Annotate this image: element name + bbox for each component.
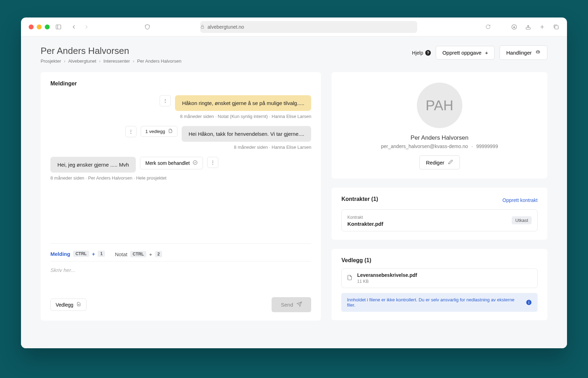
svg-rect-2 [201,27,204,28]
document-icon [168,128,173,134]
info-icon [526,299,532,306]
breadcrumb-item[interactable]: Interessenter [103,58,130,64]
svg-rect-0 [56,25,61,29]
sidebar-toggle-icon[interactable] [55,24,62,30]
svg-rect-13 [528,302,529,304]
new-tab-icon[interactable] [539,24,545,30]
composer-attach-button[interactable]: Vedlegg [50,299,86,311]
message-menu-button[interactable]: ⋮ [125,126,136,137]
messages-title: Meldinger [50,80,311,87]
mark-handled-button[interactable]: Merk som behandlet [140,157,203,169]
message-menu-button[interactable]: ⋮ [207,157,218,168]
attachment-item[interactable]: Leveransebeskrivelse.pdf 11 KB [341,268,538,288]
composer-input[interactable] [50,267,311,292]
contract-status-badge: Utkast [512,216,532,224]
messages-card: Meldinger ⋮ Håkon ringte, ønsket gjerne … [41,72,321,321]
url-text: alvebergtunet.no [208,24,244,30]
browser-window: alvebergtunet.no Per Anders Halvorsen Pr… [21,18,567,348]
profile-contact: per_anders_halvorsen@kvass-demo.no · 999… [341,144,538,149]
message-list: ⋮ Håkon ringte, ønsket gjerne å se på mu… [50,89,311,243]
contract-item[interactable]: Kontrakt Kontrakter.pdf Utkast [341,209,538,231]
contract-filename: Kontrakter.pdf [347,221,383,227]
breadcrumb: Prosjekter › Alvebergtunet › Interessent… [41,58,181,64]
file-pdf-icon [346,274,353,282]
tabs-icon[interactable] [553,24,559,30]
message-meta: 8 måneder siden · Hanna Elise Larsen [50,145,311,150]
attachments-title: Vedlegg (1) [341,257,538,264]
breadcrumb-item[interactable]: Prosjekter [41,58,61,64]
page-title: Per Anders Halvorsen [41,46,181,56]
attachments-info: Innholdet i filene er ikke kontrollert. … [341,293,538,312]
avatar: PAH [417,83,462,128]
download-icon[interactable] [511,24,517,30]
svg-rect-8 [555,26,558,29]
message-row: ⋮ Håkon ringte, ønsket gjerne å se på mu… [50,95,311,111]
minimize-window-button[interactable] [37,24,42,29]
message-meta: 8 måneder siden · Notat (Kun synlig inte… [50,114,311,119]
shield-icon[interactable] [144,24,150,30]
profile-card: PAH Per Anders Halvorsen per_anders_halv… [331,72,547,178]
browser-chrome: alvebergtunet.no [21,18,567,36]
message-bubble-in: Hei, jeg ønsker gjerne ..... Mvh [50,157,136,173]
message-bubble-note: Håkon ringte, ønsket gjerne å se på muli… [175,95,311,111]
breadcrumb-item[interactable]: Alvebergtunet [68,58,96,64]
composer-tab-note[interactable]: Notat CTRL + 2 [115,251,162,261]
maximize-window-button[interactable] [45,24,50,29]
message-meta: 8 måneder siden · Per Anders Halvorsen ·… [50,175,311,181]
app-body: Per Anders Halvorsen Prosjekter › Alvebe… [21,36,567,348]
create-task-button[interactable]: Opprett oppgave + [436,46,495,59]
close-window-button[interactable] [29,24,34,29]
message-menu-button[interactable]: ⋮ [160,95,171,106]
attachments-card: Vedlegg (1) Leveransebeskrivelse.pdf 11 … [331,249,547,320]
message-row: ⋮ 1 vedlegg Hei Håkon, takk for henvende… [50,126,311,142]
breadcrumb-current: Per Anders Halvorsen [137,58,181,64]
pencil-icon [448,159,453,166]
profile-email[interactable]: per_anders_halvorsen@kvass-demo.no [381,144,468,149]
fingerprint-icon [535,49,541,56]
address-bar[interactable]: alvebergtunet.no [200,21,417,33]
send-icon [296,301,302,308]
attachment-filename: Leveransebeskrivelse.pdf [357,272,417,278]
actions-button[interactable]: Handlinger [499,46,547,60]
message-row: Hei, jeg ønsker gjerne ..... Mvh Merk so… [50,157,311,173]
contracts-title: Kontrakter (1) [341,196,378,202]
contract-type: Kontrakt [347,215,363,220]
share-icon[interactable] [525,24,531,30]
send-button[interactable]: Send [272,297,311,312]
edit-profile-button[interactable]: Rediger [419,155,460,169]
forward-button[interactable] [83,24,90,30]
svg-point-9 [193,161,197,164]
profile-phone[interactable]: 99999999 [476,144,498,149]
help-icon: ? [425,50,431,56]
back-button[interactable] [71,24,77,30]
profile-name: Per Anders Halvorsen [341,134,538,141]
composer-tabs: Melding CTRL + 1 Notat CTRL + 2 [50,243,311,261]
window-controls [29,24,50,29]
info-text: Innholdet i filene er ikke kontrollert. … [347,297,522,308]
composer-body: Vedlegg Send [50,261,311,312]
page-header: Per Anders Halvorsen Prosjekter › Alvebe… [41,46,547,64]
contracts-card: Kontrakter (1) Opprett kontrakt Kontrakt… [331,188,547,240]
check-circle-icon [192,160,198,166]
svg-rect-14 [528,301,529,302]
plus-icon: + [485,50,488,56]
help-link[interactable]: Hjelp ? [412,50,431,56]
composer-tab-message[interactable]: Melding CTRL + 1 [50,251,105,261]
attach-icon [76,302,81,308]
attachment-size: 11 KB [357,279,369,284]
message-bubble-out: Hei Håkon, takk for henvendelsen. Vi tar… [182,126,312,142]
create-contract-link[interactable]: Opprett kontrakt [503,197,538,203]
attachment-pill[interactable]: 1 vedlegg [141,126,177,137]
